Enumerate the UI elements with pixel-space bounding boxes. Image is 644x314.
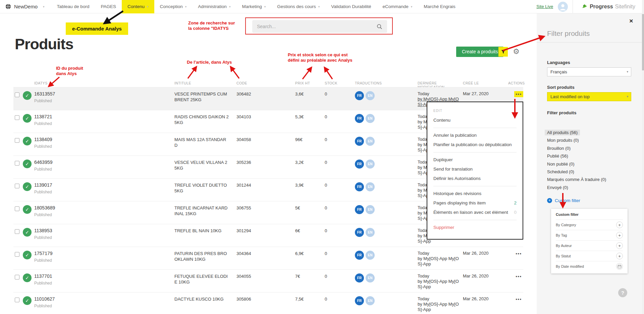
lang-badge-fr[interactable]: FR [355,182,364,191]
product-idatys[interactable]: 16313557 [34,91,174,97]
lang-badge-fr[interactable]: FR [355,160,364,169]
menu-item-dupliquer[interactable]: Dupliquer [433,155,517,165]
avatar[interactable] [558,2,568,12]
custom-filter-link[interactable]: + Custom filter [547,198,580,203]
custom-filter-row-by-statut[interactable]: By Statut+ [556,251,623,261]
filter-item-brouillon-0-[interactable]: Brouillon (0) [547,144,608,152]
lang-badge-fr[interactable]: FR [355,137,364,146]
product-name[interactable]: TREFLE INCARNAT KARDINAL 15KG [174,205,231,224]
product-name[interactable]: FETUQUE ELEVEE ELODIE 10KG [174,273,231,292]
add-icon[interactable]: + [616,242,623,249]
lang-badge-en[interactable]: EN [366,160,375,169]
lang-badge-fr[interactable]: FR [355,91,364,100]
product-name[interactable]: TREFLE VIOLET DUETTO 5KG [174,182,231,201]
product-idatys[interactable]: 1139017 [34,182,174,188]
product-name[interactable]: VESCE VELUE VILLANA 25KG [174,160,231,178]
menu-item--l-ments-en-liaison-avec-cet-l-ment[interactable]: Éléments en liaison avec cet élément0 [433,208,517,217]
filter-item-mon-produits-0-[interactable]: Mon produits (0) [547,136,608,144]
nav-item-contenu[interactable]: Contenu▾ [122,0,154,13]
filter-funnel-button[interactable] [498,47,508,57]
row-checkbox[interactable] [15,115,19,120]
product-idatys[interactable]: 1138409 [34,137,174,142]
row-checkbox[interactable] [15,161,19,166]
product-name[interactable]: RADIS CHINOIS DAIKON 25KG [174,114,231,133]
nav-item-march-engrais[interactable]: Marché Engrais [418,0,461,13]
product-idatys[interactable]: 11010627 [34,296,174,302]
modified-by-link[interactable]: by My[OS]-App My[OS]-App [418,256,459,267]
lang-badge-fr[interactable]: FR [355,296,364,305]
lang-badge-en[interactable]: EN [366,251,375,260]
row-checkbox[interactable] [15,298,19,302]
lang-badge-en[interactable]: EN [366,114,375,123]
menu-item-annuler-la-publication[interactable]: Annuler la publication [433,131,517,140]
nav-item-ecommande[interactable]: eCommande▾ [377,0,418,13]
filter-item-marqu-s-comme-traduire-0-[interactable]: Marqués comme À traduire (0) [547,176,608,183]
lang-badge-en[interactable]: EN [366,137,375,146]
row-checkbox[interactable] [15,92,19,97]
product-idatys[interactable]: 1137701 [34,273,174,279]
lang-badge-fr[interactable]: FR [355,273,364,282]
row-actions-button[interactable]: ••• [514,91,523,97]
lang-badge-fr[interactable]: FR [355,251,364,260]
add-icon[interactable]: + [616,222,623,228]
lang-badge-en[interactable]: EN [366,273,375,282]
close-icon[interactable]: ✕ [629,18,633,24]
nav-item-gestions-des-cours[interactable]: Gestions des cours▾ [271,0,325,13]
row-checkbox[interactable] [15,275,19,279]
site-selector[interactable]: NewDemo ▾ [0,4,51,9]
row-checkbox[interactable] [15,252,19,257]
settings-gear-button[interactable]: ⚙ [512,47,521,56]
nav-item-pages[interactable]: PAGES [95,0,122,13]
menu-item-supprimer[interactable]: Supprimer [433,223,517,232]
row-checkbox[interactable] [15,184,19,188]
product-idatys[interactable]: 1757179 [34,251,174,256]
page-scrollbar[interactable] [642,0,644,314]
product-name[interactable]: PATURIN DES PRES BROOKLAWN 10KG [174,251,231,269]
row-actions-button[interactable]: ••• [514,251,523,257]
menu-item-send-for-translation[interactable]: Send for translation [433,165,517,174]
custom-filter-row-by-date-modified[interactable]: By Date modified [556,261,623,271]
lang-badge-en[interactable]: EN [366,228,375,237]
row-actions-button[interactable]: ••• [514,296,523,302]
language-select[interactable]: Français ▾ [547,67,631,76]
lang-badge-en[interactable]: EN [366,91,375,100]
product-idatys[interactable]: 1138953 [34,228,174,233]
search-input[interactable] [257,24,377,29]
custom-filter-row-by-auteur[interactable]: By Auteur+ [556,240,623,251]
lang-badge-en[interactable]: EN [366,296,375,305]
nav-item-administration[interactable]: Administration▾ [192,0,236,13]
add-icon[interactable]: + [616,253,623,259]
scrollbar-thumb[interactable] [642,14,644,70]
filter-item-non-publi-0-[interactable]: Non publié (0) [547,160,608,168]
product-idatys[interactable]: 1138721 [34,114,174,119]
calendar-icon[interactable] [616,263,623,270]
lang-badge-fr[interactable]: FR [355,205,364,214]
site-live-link[interactable]: Site Live [536,4,553,9]
menu-item-contenu[interactable]: Contenu [433,116,517,125]
product-name[interactable]: MAIS MAS 12A STANDARD [174,137,231,155]
row-checkbox[interactable] [15,229,19,234]
row-checkbox[interactable] [15,138,19,143]
product-name[interactable]: DACTYLE KUSCO 10KG [174,296,231,314]
nav-item-conception[interactable]: Conception▾ [154,0,193,13]
filter-item-publi-56-[interactable]: Publié (56) [547,152,608,160]
add-icon[interactable]: + [616,232,623,239]
lang-badge-fr[interactable]: FR [355,228,364,237]
nav-item-tableau-de-bord[interactable]: Tableau de bord [51,0,95,13]
filter-item-all-produits-56-[interactable]: All produits (56) [547,129,608,136]
product-idatys[interactable]: 6463959 [34,160,174,165]
lang-badge-fr[interactable]: FR [355,114,364,123]
menu-item-pages-displaying-this-item[interactable]: Pages displaying this item2 [433,198,517,208]
filter-item-scheduled-0-[interactable]: Scheduled (0) [547,168,608,176]
row-checkbox[interactable] [15,206,19,211]
search-icon[interactable] [377,24,382,29]
sort-select[interactable]: Last modified on top ▾ [547,92,631,101]
create-product-button[interactable]: Create a produits [456,47,503,57]
help-button[interactable]: ? [618,288,627,297]
custom-filter-row-by-tag[interactable]: By Tag+ [556,230,623,240]
product-idatys[interactable]: 18053689 [34,205,174,210]
nav-item-validation-durabilit-[interactable]: Validation Durabilité [325,0,377,13]
product-name[interactable]: TREFLE BL NAIN 10KG [174,228,231,247]
menu-item-d-finir-les-autorisations[interactable]: Définir les Autorisations [433,174,517,183]
custom-filter-row-by-category[interactable]: By Category+ [556,219,623,230]
